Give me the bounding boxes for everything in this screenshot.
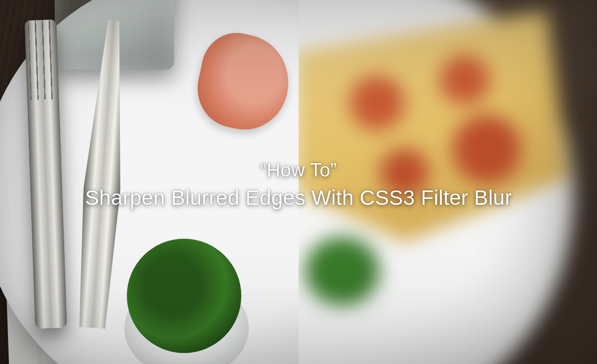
hero-image: “How To” Sharpen Blurred Edges With CSS3…: [0, 0, 597, 364]
title-caption: “How To” Sharpen Blurred Edges With CSS3…: [0, 0, 597, 364]
title-line-1: “How To”: [260, 160, 337, 181]
title-line-2: Sharpen Blurred Edges With CSS3 Filter B…: [85, 186, 512, 210]
